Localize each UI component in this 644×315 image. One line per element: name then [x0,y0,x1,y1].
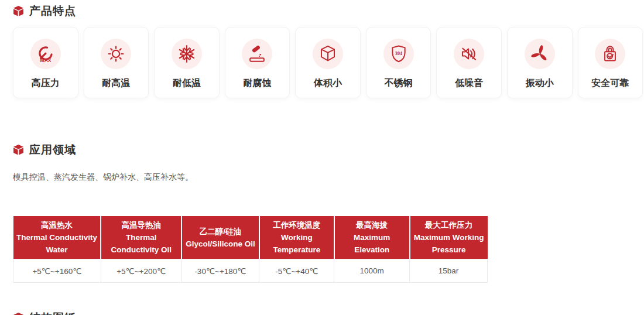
specs-header-cell: 乙二醇/硅油Glycol/Silicone Oil [181,216,259,259]
feature-label: 不锈钢 [385,77,413,90]
svg-text:304: 304 [395,51,402,56]
specs-value-cell: +5℃~+160℃ [13,259,101,283]
fan-propeller-icon [525,39,555,69]
specs-header-cell: 工作环境温度Working Temperature [259,216,334,259]
feature-label: 耐低温 [173,77,201,90]
speaker-muted-icon [454,39,484,69]
drawings-section-heading: 结构图纸 [13,310,643,315]
red-cube-icon [13,6,24,16]
feature-card-safe-reliable: 安全可靠 [578,27,643,98]
feature-label: 体积小 [314,77,342,90]
cube-outline-icon [313,39,343,69]
feature-card-corrosion-resistant: 耐腐蚀 [225,27,290,98]
feature-card-stainless-steel: 304 不锈钢 [366,27,431,98]
specs-table: 高温热水Thermal Conductivity Water 高温导热油Ther… [13,216,488,283]
feature-cards: MAX 高压力 耐高温 耐低温 [13,27,643,98]
feature-label: 低噪音 [455,77,483,90]
gauge-max-icon: MAX [30,39,61,69]
application-section-heading: 应用领域 [13,142,643,158]
shield-304-icon: 304 [383,39,414,69]
feature-label: 耐腐蚀 [243,77,271,90]
feature-label: 耐高温 [102,77,130,90]
section-title: 结构图纸 [29,310,76,315]
feature-card-cold-resistant: 耐低温 [154,27,220,98]
specs-value-row: +5℃~+160℃ +5℃~+200℃ -30℃~+180℃ -5℃~+40℃ … [13,259,488,283]
specs-header-cell: 最大工作压力Maximum Working Pressure [410,216,488,259]
feature-label: 安全可靠 [591,77,629,90]
specs-value-cell: 1000m [334,259,410,283]
specs-header-row: 高温热水Thermal Conductivity Water 高温导热油Ther… [13,216,488,259]
lock-check-icon [595,39,625,69]
feature-label: 高压力 [32,77,60,90]
section-title: 产品特点 [29,4,76,19]
red-cube-icon [13,145,24,155]
red-cube-icon [13,313,24,315]
corrosion-drop-icon [242,39,272,69]
section-title: 应用领域 [29,142,76,158]
specs-value-cell: +5℃~+200℃ [101,259,181,283]
feature-card-low-noise: 低噪音 [436,27,502,98]
feature-card-high-pressure: MAX 高压力 [13,27,78,98]
svg-text:MAX: MAX [40,57,51,63]
specs-header-cell: 最高海拔Maximum Elevation [334,216,410,259]
feature-card-small-volume: 体积小 [295,27,361,98]
product-detail-page: 产品特点 MAX 高压力 耐高温 [0,0,644,315]
snowflake-icon [172,39,202,69]
feature-card-heat-resistant: 耐高温 [84,27,149,98]
specs-value-cell: 15bar [410,259,488,283]
specs-value-cell: -5℃~+40℃ [259,259,334,283]
application-description: 模具控温、蒸汽发生器、锅炉补水、高压补水等。 [13,172,643,183]
feature-card-low-vibration: 振动小 [507,27,573,98]
specs-header-cell: 高温导热油Thermal Conductivity Oil [101,216,181,259]
feature-label: 振动小 [526,77,554,90]
sun-icon [101,39,131,69]
specs-value-cell: -30℃~+180℃ [181,259,259,283]
features-section-heading: 产品特点 [13,0,643,19]
specs-header-cell: 高温热水Thermal Conductivity Water [13,216,101,259]
